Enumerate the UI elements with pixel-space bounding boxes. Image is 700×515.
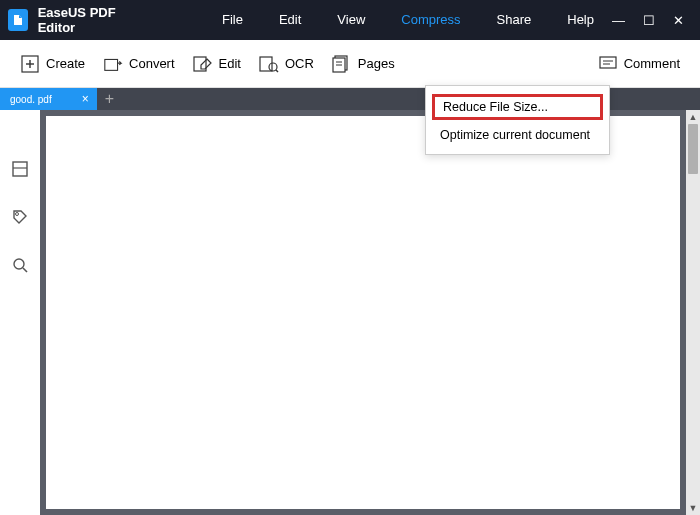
close-icon[interactable]: ✕ xyxy=(673,13,684,28)
scroll-thumb[interactable] xyxy=(688,124,698,174)
plus-icon xyxy=(20,54,40,74)
menu-help[interactable]: Help xyxy=(549,0,612,40)
menu-view[interactable]: View xyxy=(319,0,383,40)
svg-rect-3 xyxy=(105,59,118,70)
menu-share[interactable]: Share xyxy=(479,0,550,40)
app-title: EaseUS PDF Editor xyxy=(38,5,144,35)
file-tab[interactable]: good. pdf × xyxy=(0,88,97,110)
svg-line-7 xyxy=(276,70,278,72)
edit-label: Edit xyxy=(219,56,241,71)
convert-label: Convert xyxy=(129,56,175,71)
menu-bar: File Edit View Compress Share Help xyxy=(204,0,612,40)
toolbar: Create Convert Edit OCR Pages Comment Re… xyxy=(0,40,700,88)
canvas-area xyxy=(40,110,686,515)
create-label: Create xyxy=(46,56,85,71)
comment-label: Comment xyxy=(624,56,680,71)
scroll-down-icon[interactable]: ▼ xyxy=(686,501,700,515)
tab-close-icon[interactable]: × xyxy=(82,92,89,106)
menu-edit[interactable]: Edit xyxy=(261,0,319,40)
titlebar: EaseUS PDF Editor File Edit View Compres… xyxy=(0,0,700,40)
svg-point-18 xyxy=(14,259,24,269)
pages-icon xyxy=(332,54,352,74)
pages-button[interactable]: Pages xyxy=(332,54,395,74)
window-controls: — ☐ ✕ xyxy=(612,13,692,28)
svg-point-17 xyxy=(16,213,19,216)
minimize-icon[interactable]: — xyxy=(612,13,625,28)
compress-dropdown: Reduce File Size... Optimize current doc… xyxy=(425,85,610,155)
menu-file[interactable]: File xyxy=(204,0,261,40)
menu-compress[interactable]: Compress xyxy=(383,0,478,40)
maximize-icon[interactable]: ☐ xyxy=(643,13,655,28)
svg-line-19 xyxy=(23,268,27,272)
svg-rect-12 xyxy=(600,57,616,68)
convert-button[interactable]: Convert xyxy=(103,54,175,74)
edit-button[interactable]: Edit xyxy=(193,54,241,74)
comment-icon xyxy=(598,54,618,74)
scroll-up-icon[interactable]: ▲ xyxy=(686,110,700,124)
create-button[interactable]: Create xyxy=(20,54,85,74)
left-sidebar xyxy=(0,110,40,515)
document-canvas[interactable] xyxy=(46,116,680,509)
search-icon[interactable] xyxy=(11,256,29,274)
pencil-icon xyxy=(193,54,213,74)
reduce-file-size-item[interactable]: Reduce File Size... xyxy=(432,94,603,120)
ocr-label: OCR xyxy=(285,56,314,71)
thumbnails-icon[interactable] xyxy=(11,160,29,178)
app-logo-icon xyxy=(8,9,28,31)
optimize-document-item[interactable]: Optimize current document xyxy=(426,122,609,148)
convert-icon xyxy=(103,54,123,74)
svg-point-6 xyxy=(269,63,277,71)
workspace: ▲ ▼ xyxy=(0,110,700,515)
tag-icon[interactable] xyxy=(11,208,29,226)
file-tab-label: good. pdf xyxy=(10,94,52,105)
vertical-scrollbar[interactable]: ▲ ▼ xyxy=(686,110,700,515)
new-tab-button[interactable]: + xyxy=(105,90,114,108)
pages-label: Pages xyxy=(358,56,395,71)
ocr-button[interactable]: OCR xyxy=(259,54,314,74)
svg-rect-15 xyxy=(13,162,27,176)
comment-button[interactable]: Comment xyxy=(598,54,680,74)
ocr-icon xyxy=(259,54,279,74)
